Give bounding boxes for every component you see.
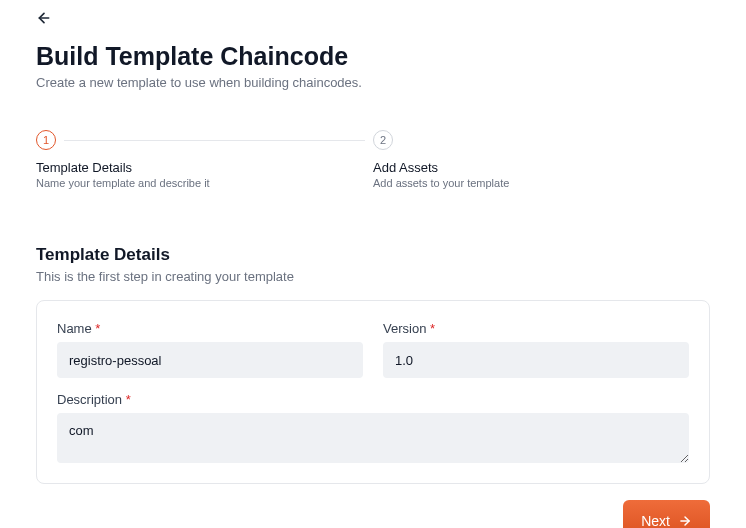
step-line — [64, 140, 365, 141]
back-button[interactable] — [36, 10, 52, 26]
step-number: 1 — [36, 130, 56, 150]
next-button[interactable]: Next — [623, 500, 710, 528]
step-description: Add assets to your template — [373, 177, 710, 189]
stepper: 1 Template Details Name your template an… — [36, 130, 710, 189]
arrow-right-icon — [678, 514, 692, 528]
name-input[interactable] — [57, 342, 363, 378]
version-label: Version * — [383, 321, 689, 336]
step-template-details: 1 Template Details Name your template an… — [36, 130, 373, 189]
field-version: Version * — [383, 321, 689, 378]
field-name: Name * — [57, 321, 363, 378]
step-add-assets: 2 Add Assets Add assets to your template — [373, 130, 710, 189]
step-title: Template Details — [36, 160, 373, 175]
section-description: This is the first step in creating your … — [36, 269, 710, 284]
arrow-left-icon — [36, 10, 52, 26]
description-input[interactable]: com — [57, 413, 689, 463]
next-button-label: Next — [641, 513, 670, 528]
name-label: Name * — [57, 321, 363, 336]
form-card: Name * Version * Description * com — [36, 300, 710, 484]
step-description: Name your template and describe it — [36, 177, 373, 189]
page-title: Build Template Chaincode — [36, 42, 710, 71]
field-description: Description * com — [57, 392, 689, 463]
page-subtitle: Create a new template to use when buildi… — [36, 75, 710, 90]
footer: Next — [36, 500, 710, 528]
description-label: Description * — [57, 392, 689, 407]
version-input[interactable] — [383, 342, 689, 378]
step-number: 2 — [373, 130, 393, 150]
section-title: Template Details — [36, 245, 710, 265]
step-title: Add Assets — [373, 160, 710, 175]
